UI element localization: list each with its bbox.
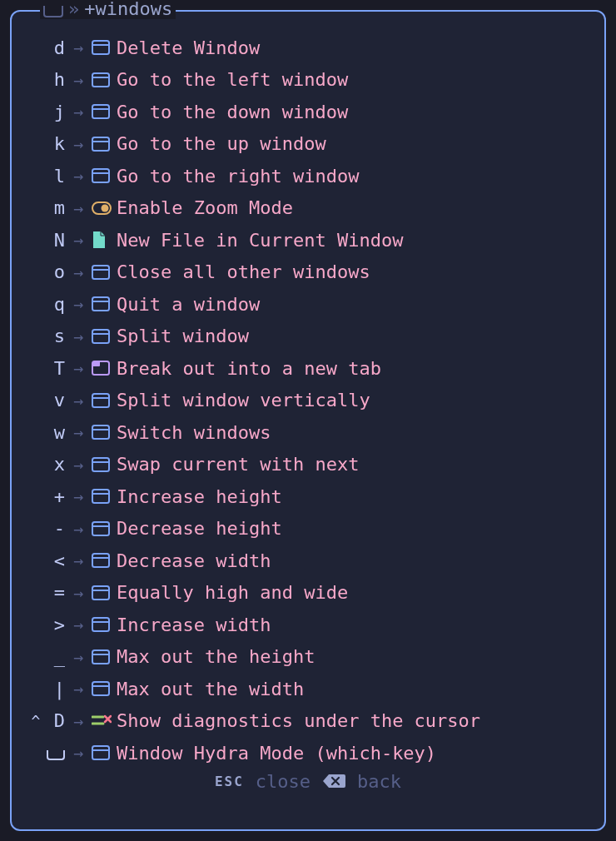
svg-rect-2 bbox=[92, 73, 109, 87]
arrow-icon: → bbox=[67, 391, 90, 411]
whichkey-item[interactable]: ^D→ Show diagnostics under the cursor bbox=[25, 705, 591, 738]
breadcrumb-title: +windows bbox=[84, 0, 172, 19]
file-icon bbox=[90, 231, 115, 249]
window-icon bbox=[90, 72, 115, 87]
whichkey-item[interactable]: v→Split window vertically bbox=[25, 385, 591, 417]
whichkey-item[interactable]: N→ New File in Current Window bbox=[25, 224, 591, 256]
arrow-icon: → bbox=[67, 455, 90, 475]
keybind-description: Close all other windows bbox=[115, 261, 591, 282]
keybind-description: New File in Current Window bbox=[115, 230, 591, 251]
keybind-key: > bbox=[47, 615, 67, 635]
whichkey-item[interactable]: d→Delete Window bbox=[25, 32, 591, 64]
whichkey-footer: ESC close back bbox=[12, 771, 604, 792]
keybind-description: Quit a window bbox=[115, 294, 591, 315]
whichkey-item[interactable]: h→Go to the left window bbox=[25, 64, 591, 97]
arrow-icon: → bbox=[67, 294, 90, 314]
keybind-key bbox=[47, 743, 67, 764]
keybind-description: Go to the up window bbox=[115, 133, 591, 154]
whichkey-item[interactable]: k→Go to the up window bbox=[25, 128, 591, 161]
whichkey-item[interactable]: o→Close all other windows bbox=[25, 256, 591, 289]
keybind-key: T bbox=[47, 358, 67, 379]
keybind-key: _ bbox=[47, 646, 67, 667]
keybind-description: Switch windows bbox=[115, 422, 591, 443]
whichkey-item[interactable]: <→Decrease width bbox=[25, 545, 591, 577]
breadcrumb-chevron: » bbox=[68, 0, 79, 19]
keybind-key: j bbox=[47, 102, 67, 122]
keybind-key: - bbox=[47, 518, 67, 539]
whichkey-item[interactable]: T→Break out into a new tab bbox=[25, 352, 591, 385]
space-key-icon bbox=[43, 6, 63, 17]
svg-rect-26 bbox=[92, 490, 109, 503]
keybind-key: w bbox=[47, 422, 67, 443]
whichkey-item[interactable]: w→Switch windows bbox=[25, 416, 591, 449]
whichkey-item[interactable]: >→Increase width bbox=[25, 609, 591, 641]
keybind-key: d bbox=[47, 37, 67, 58]
keybind-key: < bbox=[47, 550, 67, 571]
window-icon bbox=[90, 681, 115, 696]
whichkey-item[interactable]: q→Quit a window bbox=[25, 288, 591, 321]
svg-rect-0 bbox=[92, 41, 109, 54]
svg-rect-19 bbox=[92, 361, 100, 366]
keybind-key: + bbox=[47, 486, 67, 507]
keybind-key: m bbox=[47, 197, 67, 218]
svg-rect-36 bbox=[92, 650, 109, 664]
window-icon bbox=[90, 104, 115, 119]
whichkey-item[interactable]: |→Max out the width bbox=[25, 673, 591, 705]
window-icon bbox=[90, 425, 115, 440]
arrow-icon: → bbox=[67, 37, 90, 57]
whichkey-item[interactable]: →Window Hydra Mode (which-key) bbox=[25, 737, 591, 769]
window-icon bbox=[90, 745, 115, 760]
whichkey-item[interactable]: s→Split window bbox=[25, 321, 591, 353]
svg-rect-24 bbox=[92, 458, 109, 471]
tab-icon bbox=[90, 361, 115, 376]
keybind-key: D bbox=[47, 710, 67, 731]
arrow-icon: → bbox=[67, 647, 90, 667]
keybind-description: Decrease height bbox=[115, 518, 591, 539]
window-icon bbox=[90, 585, 115, 600]
toggle-icon bbox=[90, 202, 115, 215]
diagnostics-icon bbox=[90, 714, 115, 729]
arrow-icon: → bbox=[67, 230, 90, 250]
whichkey-item[interactable]: =→Equally high and wide bbox=[25, 577, 591, 610]
arrow-icon: → bbox=[67, 486, 90, 506]
keybind-description: Max out the height bbox=[115, 646, 591, 667]
keybind-description: Delete Window bbox=[115, 37, 591, 58]
window-icon bbox=[90, 393, 115, 408]
keybind-description: Equally high and wide bbox=[115, 582, 591, 603]
whichkey-item[interactable]: -→Decrease height bbox=[25, 513, 591, 545]
modifier-indicator: ^ bbox=[25, 712, 47, 729]
whichkey-item[interactable]: x→Swap current with next bbox=[25, 449, 591, 481]
arrow-icon: → bbox=[67, 519, 90, 539]
svg-rect-4 bbox=[92, 105, 109, 118]
window-icon bbox=[90, 329, 115, 344]
keybind-description: Show diagnostics under the cursor bbox=[115, 710, 591, 731]
svg-rect-38 bbox=[92, 682, 109, 695]
keybind-description: Increase height bbox=[115, 486, 591, 507]
window-icon bbox=[90, 553, 115, 568]
window-icon bbox=[90, 489, 115, 504]
backspace-key-icon bbox=[322, 773, 345, 789]
svg-rect-22 bbox=[92, 425, 109, 439]
keybind-key: | bbox=[47, 679, 67, 699]
arrow-icon: → bbox=[67, 743, 90, 763]
whichkey-item[interactable]: l→Go to the right window bbox=[25, 160, 591, 192]
whichkey-item[interactable]: m→Enable Zoom Mode bbox=[25, 192, 591, 225]
keybind-description: Split window bbox=[115, 326, 591, 346]
whichkey-item[interactable]: j→Go to the down window bbox=[25, 96, 591, 128]
svg-rect-42 bbox=[92, 746, 109, 759]
back-label: back bbox=[357, 771, 401, 792]
window-icon bbox=[90, 521, 115, 536]
keybind-key: k bbox=[47, 133, 67, 154]
svg-rect-32 bbox=[92, 586, 109, 600]
whichkey-list: d→Delete Windowh→Go to the left windowj→… bbox=[12, 28, 604, 769]
keybind-description: Increase width bbox=[115, 615, 591, 635]
keybind-key: x bbox=[47, 454, 67, 475]
keybind-description: Decrease width bbox=[115, 550, 591, 571]
keybind-key: s bbox=[47, 326, 67, 346]
keybind-description: Swap current with next bbox=[115, 454, 591, 475]
whichkey-item[interactable]: _→Max out the height bbox=[25, 641, 591, 674]
arrow-icon: → bbox=[67, 326, 90, 346]
arrow-icon: → bbox=[67, 70, 90, 90]
whichkey-item[interactable]: +→Increase height bbox=[25, 480, 591, 513]
arrow-icon: → bbox=[67, 422, 90, 442]
